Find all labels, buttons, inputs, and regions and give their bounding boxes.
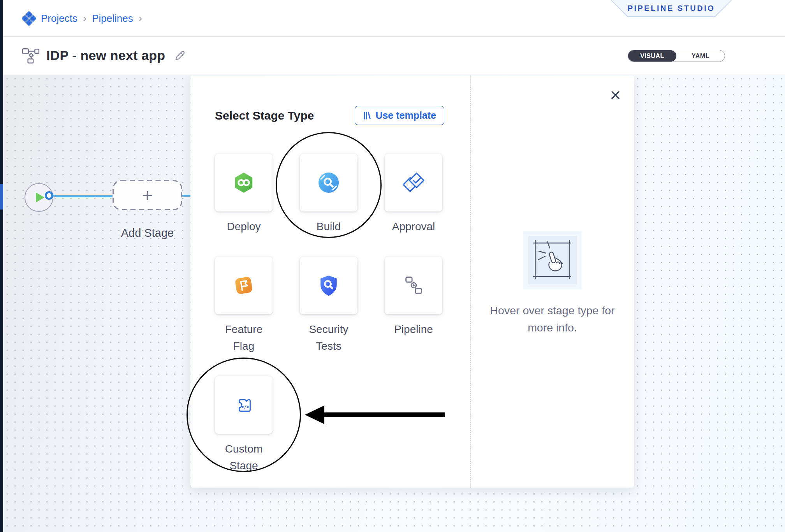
build-icon [317, 171, 340, 194]
feature-flag-icon [232, 274, 255, 297]
modal-heading: Select Stage Type [215, 109, 314, 122]
approval-icon [402, 171, 425, 194]
toggle-visual[interactable]: VISUAL [628, 50, 676, 62]
breadcrumb: Projects › Pipelines › [22, 0, 143, 37]
close-modal-button[interactable] [608, 88, 622, 102]
modal-content: Select Stage Type Use template [190, 76, 470, 488]
svg-text:</>: </> [241, 404, 249, 410]
title-bar: IDP - new next app VISUAL YAML [3, 37, 785, 74]
breadcrumb-projects[interactable]: Projects [41, 12, 77, 25]
stage-label: Pipeline [394, 321, 433, 338]
close-icon [609, 89, 621, 101]
connector-port [45, 191, 53, 200]
add-stage-button[interactable]: + [113, 180, 182, 210]
hover-click-illustration [523, 231, 582, 289]
edit-title-button[interactable] [174, 49, 186, 62]
breadcrumb-separator: › [139, 12, 142, 25]
stage-type-grid: Deploy [215, 154, 444, 474]
stage-label: Custom Stage [215, 440, 273, 474]
use-template-label: Use template [375, 110, 436, 121]
stage-cell-pipeline: Pipeline [385, 257, 442, 354]
breadcrumb-separator: › [83, 12, 86, 25]
stage-cell-feature-flag: Feature Flag [215, 257, 273, 354]
pipeline-studio-badge: PIPELINE STUDIO [611, 0, 732, 17]
stage-label: Build [317, 218, 341, 235]
use-template-icon [363, 111, 371, 120]
play-icon [36, 192, 44, 203]
stage-card-feature-flag[interactable] [215, 257, 273, 314]
pipeline-title-icon [21, 48, 40, 64]
breadcrumb-pipelines[interactable]: Pipelines [92, 12, 133, 25]
stage-card-pipeline[interactable] [385, 257, 442, 314]
stage-label: Approval [392, 218, 435, 235]
nav-active-indicator [0, 184, 3, 210]
edit-pencil-icon [174, 49, 186, 62]
deploy-icon [232, 171, 255, 194]
pipeline-studio-app: Projects › Pipelines › PIPELINE STUDIO I… [0, 0, 785, 532]
connector-line [53, 195, 113, 197]
stage-card-custom-stage[interactable]: </> [215, 376, 273, 434]
stage-info-panel: Hover over stage type for more info. [470, 76, 634, 488]
collapsed-nav-strip [0, 0, 3, 532]
stage-card-security-tests[interactable] [300, 257, 357, 314]
stage-cell-build: Build [300, 154, 357, 235]
add-stage-label: Add Stage [109, 227, 186, 240]
stage-cell-custom-stage: </> Custom Stage [215, 376, 273, 474]
custom-stage-icon: </> [232, 394, 255, 416]
stage-card-approval[interactable] [385, 154, 442, 211]
visual-yaml-toggle: VISUAL YAML [628, 50, 725, 62]
stage-cell-deploy: Deploy [215, 154, 273, 235]
security-tests-icon [317, 274, 340, 297]
pipeline-studio-badge-label: PIPELINE STUDIO [611, 0, 731, 16]
pipeline-icon [402, 274, 425, 297]
toggle-yaml[interactable]: YAML [676, 50, 725, 62]
stage-card-build[interactable] [300, 154, 357, 211]
stage-cell-approval: Approval [385, 154, 442, 235]
plus-icon: + [113, 180, 182, 210]
stage-cell-security-tests: Security Tests [300, 257, 357, 354]
info-panel-text: Hover over stage type for more info. [481, 302, 624, 336]
page-title: IDP - new next app [46, 48, 165, 63]
stage-label: Security Tests [300, 321, 357, 354]
stage-card-deploy[interactable] [215, 154, 273, 211]
stage-label: Feature Flag [215, 321, 273, 354]
projects-logo-icon [22, 11, 36, 26]
pipeline-canvas: + Add Stage Select Stage Type Use templa… [3, 75, 785, 532]
use-template-button[interactable]: Use template [355, 106, 444, 125]
select-stage-type-modal: Select Stage Type Use template [190, 76, 634, 488]
stage-label: Deploy [227, 218, 260, 235]
